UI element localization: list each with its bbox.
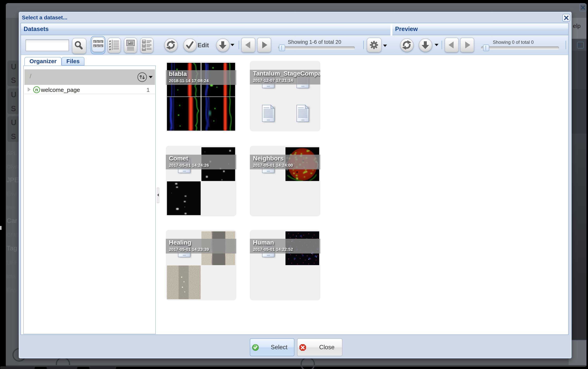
svg-text:n: n <box>35 87 38 92</box>
